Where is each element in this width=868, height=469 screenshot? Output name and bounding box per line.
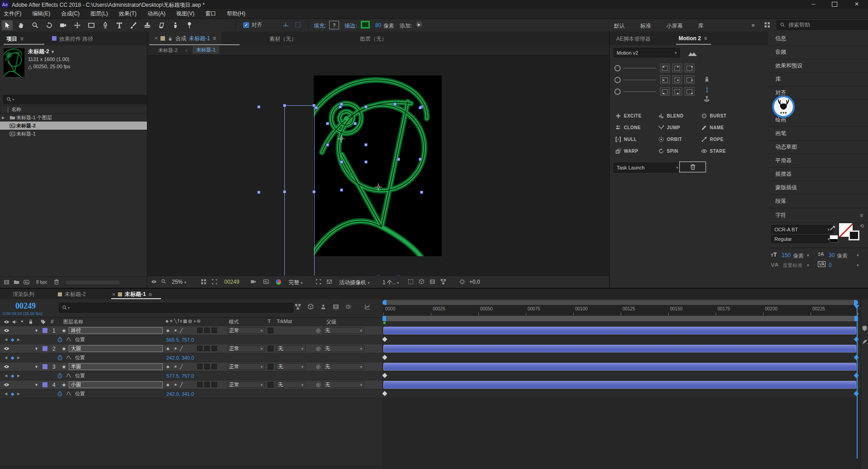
zoom-tool-icon[interactable] <box>30 20 41 30</box>
property-row-position[interactable]: ◀◆▶位置565.5, 757.0 <box>0 335 382 344</box>
magnification-icon[interactable] <box>161 279 167 285</box>
anchor-grid-button-mr[interactable] <box>684 75 694 84</box>
sidebar-panel-10[interactable]: 蒙版插值 <box>768 181 868 195</box>
task-dropdown[interactable]: Task Launch▾ <box>613 163 681 173</box>
menu-item-2[interactable]: 合成(C) <box>61 10 80 18</box>
layer-name[interactable]: 路径 <box>69 327 163 334</box>
grid-snap-icon[interactable] <box>295 22 301 28</box>
puppet-pin-tool-icon[interactable] <box>184 20 195 30</box>
blend-mode-dropdown[interactable]: 正常▾ <box>227 363 265 370</box>
layer-name-column-header[interactable]: 图层名称 <box>63 319 83 325</box>
menu-item-0[interactable]: 文件(F) <box>4 10 21 18</box>
anchor-grid-button-bl[interactable] <box>660 87 670 96</box>
motion-action-null[interactable]: NULL <box>615 136 637 142</box>
scene-preview-icon[interactable] <box>688 48 698 59</box>
camera-tool-icon[interactable] <box>58 20 69 30</box>
type-tool-icon[interactable] <box>114 20 125 30</box>
position-value[interactable]: 242.0, 341.0 <box>166 389 194 398</box>
switch-box[interactable] <box>204 328 210 333</box>
sidebar-panel-1[interactable]: 音频 <box>768 45 868 59</box>
switch-box[interactable] <box>204 382 210 387</box>
breadcrumb-current-comp[interactable]: 未标题-1 <box>193 46 219 54</box>
menu-item-8[interactable]: 帮助(H) <box>227 10 245 18</box>
tab-comp1[interactable]: × 未标题-1 ≡ <box>112 291 152 298</box>
sidebar-panel-0[interactable]: 信息 <box>768 32 868 46</box>
help-search-field[interactable]: 搜索帮助 <box>777 20 868 30</box>
layer-row-大圆[interactable]: ▼2★大圆♣✶╱正常▾无▾无▾ <box>0 344 382 353</box>
selection-tool-icon[interactable] <box>2 20 13 30</box>
flip-vertical-icon[interactable] <box>704 87 710 94</box>
tab-footage[interactable]: 素材（无） <box>269 35 297 43</box>
switch-box[interactable] <box>212 346 217 351</box>
new-folder-icon[interactable] <box>14 279 19 285</box>
slider-track-1[interactable] <box>623 80 656 80</box>
fill-swatch[interactable]: ? <box>329 21 339 29</box>
parent-dropdown[interactable]: 无▾ <box>323 363 364 370</box>
property-name[interactable]: 位置 <box>75 335 85 344</box>
tab-layer[interactable]: 图层（无） <box>360 35 387 43</box>
trkmat-dropdown[interactable]: 无▾ <box>276 381 306 388</box>
layer-name[interactable]: 大圆 <box>69 345 163 352</box>
time-ruler[interactable] <box>382 305 860 316</box>
slider-knob-2[interactable] <box>614 89 621 95</box>
close-tab-icon[interactable]: × <box>112 291 115 298</box>
menu-item-1[interactable]: 编辑(E) <box>32 10 50 18</box>
project-footer-scrollbar[interactable] <box>66 281 120 284</box>
brush-tool-icon[interactable] <box>128 20 139 30</box>
composition-mini-flowchart-icon[interactable] <box>295 304 301 310</box>
exposure-reset-icon[interactable] <box>459 279 465 285</box>
motion-action-jump[interactable]: JUMP <box>658 125 680 131</box>
switch-box[interactable] <box>197 364 203 369</box>
clone-stamp-tool-icon[interactable] <box>142 20 153 30</box>
effects-switch-icon[interactable]: ✶ <box>174 344 177 353</box>
pan-behind-tool-icon[interactable] <box>72 20 83 30</box>
interpret-footage-icon[interactable] <box>4 279 9 285</box>
switch-box[interactable] <box>204 364 210 369</box>
parent-dropdown[interactable]: 无▾ <box>323 327 364 334</box>
parent-pickwhip-icon[interactable] <box>316 326 321 335</box>
next-keyframe-icon[interactable]: ▶ <box>17 335 20 344</box>
timeline-track-area[interactable]: 0000000250005000075001000012500150001750… <box>382 299 860 469</box>
resolution-dropdown[interactable]: 完整 ▾ <box>288 279 303 286</box>
frame-blend-switch-icon[interactable]: ╱ <box>180 344 183 353</box>
minimize-button[interactable]: ─ <box>811 1 816 7</box>
twirl-icon[interactable]: ▼ <box>34 380 38 389</box>
eraser-tool-icon[interactable] <box>156 20 167 30</box>
delete-motion-button[interactable] <box>679 161 706 173</box>
frame-blend-switch-icon[interactable]: ╱ <box>180 380 183 389</box>
sidebar-panel-12[interactable]: 字符≡ <box>768 208 868 223</box>
anchor-grid-button-tl[interactable] <box>660 64 670 72</box>
twirl-icon[interactable]: ▼ <box>34 362 38 371</box>
parent-pickwhip-icon[interactable] <box>316 344 321 353</box>
eye-icon[interactable] <box>4 326 9 335</box>
effects-switch-icon[interactable]: ✶ <box>174 380 177 389</box>
add-keyframe-icon[interactable]: ◆ <box>11 389 14 398</box>
flowchart-button-icon[interactable] <box>440 279 446 285</box>
stroke-color-swatch[interactable] <box>849 230 859 240</box>
timeline-search-field[interactable]: ▾ <box>59 303 293 313</box>
property-name[interactable]: 位置 <box>75 353 85 362</box>
sidebar-panel-9[interactable]: 摇摆器 <box>768 167 868 181</box>
kerning-value[interactable]: 度量标准 <box>783 262 802 269</box>
motion-action-warp[interactable]: WARP <box>615 148 638 154</box>
anchor-grid-button-c[interactable] <box>672 75 682 84</box>
always-preview-icon[interactable] <box>151 279 157 285</box>
rocket-icon[interactable] <box>703 76 710 84</box>
blend-mode-dropdown[interactable]: 正常▾ <box>227 381 265 388</box>
parent-dropdown[interactable]: 无▾ <box>323 345 364 352</box>
viewer-stage[interactable] <box>147 55 609 276</box>
twirl-icon[interactable]: ▼ <box>34 326 38 335</box>
layer-name[interactable]: 半圆 <box>69 363 163 370</box>
quality-switch-icon[interactable]: ♣ <box>166 380 170 389</box>
prev-keyframe-icon[interactable]: ◀ <box>5 371 7 380</box>
next-keyframe-icon[interactable]: ▶ <box>17 389 20 398</box>
next-keyframe-icon[interactable]: ▶ <box>17 353 20 362</box>
sidebar-panel-11[interactable]: 段落 <box>768 194 868 208</box>
prev-keyframe-icon[interactable]: ◀ <box>5 335 7 344</box>
workspace-0[interactable]: 默认 <box>614 22 625 30</box>
selection-handle[interactable] <box>283 190 286 193</box>
rotate-tool-icon[interactable] <box>44 20 55 30</box>
motion-action-name[interactable]: NAME <box>701 125 724 131</box>
selection-handle[interactable] <box>257 191 260 194</box>
switch-box[interactable] <box>197 328 203 333</box>
